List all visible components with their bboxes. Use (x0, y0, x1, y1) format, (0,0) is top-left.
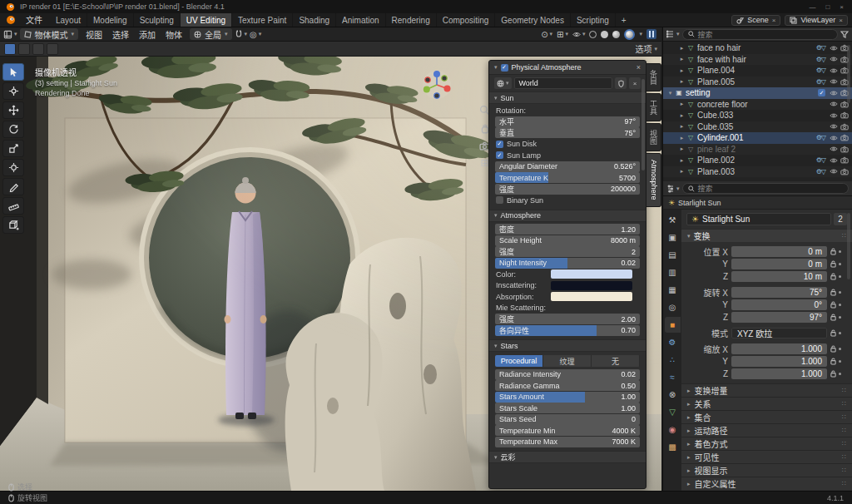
sun-field-row[interactable]: 水平 97° (495, 116, 640, 127)
expand-arrow-icon[interactable]: ▸ (678, 123, 686, 130)
outliner-scrollbar[interactable] (847, 45, 850, 103)
sun-section-header[interactable]: ▾ Sun (489, 91, 646, 104)
disable-render-camera-icon[interactable] (839, 111, 850, 119)
scale-tool[interactable] (2, 140, 24, 157)
outliner-row[interactable]: ▾ ▣ setting ✓ (663, 87, 852, 99)
proportional-editing-toggle[interactable]: ◎ ▾ (250, 30, 261, 39)
stars-mode-tab[interactable]: Procedural (495, 355, 543, 367)
cursor-tool[interactable] (2, 82, 24, 100)
properties-tab[interactable]: ▩ (665, 439, 681, 455)
breadcrumb[interactable]: Starlight Sun (678, 199, 721, 207)
transform-tool[interactable] (2, 159, 24, 176)
collapsed-panel-header[interactable]: ▸ 可见性 ∷ (681, 450, 852, 463)
blender-menu-icon[interactable] (0, 13, 20, 27)
lock-icon[interactable] (830, 248, 836, 255)
npanel-scrollbar[interactable] (641, 79, 645, 170)
maximize-button[interactable]: □ (825, 3, 830, 11)
value-field[interactable]: 0° (731, 299, 827, 310)
fake-user-shield-button[interactable] (615, 77, 627, 89)
properties-tab[interactable]: ▤ (665, 247, 681, 263)
tool-options-dropdown[interactable]: 选项 ▾ (635, 42, 657, 55)
workspace-tab[interactable]: Sculpting (134, 13, 181, 27)
atmosphere-section-header[interactable]: ▾ Atmosphere (489, 210, 646, 222)
value-field[interactable]: 1.000 (731, 368, 827, 379)
viewport-menu-item[interactable]: 添加 (134, 28, 161, 41)
workspace-tab[interactable]: UV Editing (181, 13, 232, 27)
lock-icon[interactable] (830, 273, 836, 280)
expand-arrow-icon[interactable]: ▾ (666, 90, 674, 96)
lock-icon[interactable] (830, 345, 836, 353)
checkbox-icon[interactable] (496, 141, 503, 148)
object-name[interactable]: Cylinder.001 (697, 133, 816, 142)
hide-eye-icon[interactable] (828, 56, 839, 62)
shading-material-button[interactable] (612, 31, 620, 38)
outliner-search-input[interactable]: 搜索 (682, 29, 838, 40)
hide-eye-icon[interactable] (828, 123, 839, 130)
move-tool[interactable] (2, 101, 24, 119)
transform-orientation-dropdown[interactable]: 全局 ▾ (190, 28, 232, 40)
workspace-tab[interactable]: Modeling (87, 13, 134, 27)
viewlayer-unlink-icon[interactable]: × (839, 17, 843, 24)
animate-dot-icon[interactable] (839, 373, 841, 375)
hide-eye-icon[interactable] (828, 135, 839, 141)
workspace-tab[interactable]: Scripting (571, 13, 616, 27)
animate-dot-icon[interactable] (839, 348, 841, 350)
atmosphere-field-row[interactable]: 各向异性 0.70 (495, 325, 640, 336)
select-mode-intersect-button[interactable] (47, 43, 58, 55)
outliner-row[interactable]: ▸ ▽ face no hair ⚙▽ ✓ (663, 42, 852, 54)
sun-field-row[interactable]: Temperature K 5700 (495, 172, 640, 183)
stars-field-row[interactable]: Radiance Gamma 0.50 (495, 380, 640, 391)
hide-eye-icon[interactable] (828, 157, 839, 164)
expand-arrow-icon[interactable]: ▸ (678, 56, 686, 62)
viewport-menu-item[interactable]: 物体 (161, 28, 187, 41)
workspace-tab[interactable]: Texture Paint (232, 13, 293, 27)
value-field[interactable]: 75° (731, 287, 827, 298)
hide-eye-icon[interactable] (828, 101, 839, 107)
lock-icon[interactable] (830, 358, 836, 365)
properties-tab[interactable]: ▣ (665, 230, 681, 245)
color-swatch[interactable] (551, 269, 632, 279)
clouds-section-header[interactable]: ▾ 云彩 (489, 451, 646, 463)
value-field[interactable]: 0 m (731, 246, 827, 257)
outliner-row[interactable]: ▸ ▽ Plane.002 ⚙▽ ✓ (663, 155, 852, 166)
properties-tab[interactable]: ▥ (665, 264, 681, 280)
expand-arrow-icon[interactable]: ▸ (678, 45, 686, 52)
object-name[interactable]: Plane.002 (697, 156, 816, 165)
sidebar-tab[interactable]: 视图 (646, 123, 661, 151)
expand-arrow-icon[interactable]: ▸ (678, 168, 686, 175)
navigation-gizmo[interactable] (422, 70, 452, 100)
properties-tab[interactable]: ≈ (665, 369, 681, 385)
outliner-editor-type-button[interactable]: ▾ (666, 30, 680, 38)
animate-dot-icon[interactable] (839, 250, 841, 253)
object-name[interactable]: Cube.033 (697, 111, 825, 120)
value-field[interactable]: 10 m (731, 271, 827, 282)
viewport-menu-item[interactable]: 选择 (107, 28, 134, 41)
atmosphere-field-row[interactable]: 强度 2 (495, 246, 640, 257)
workspace-tab[interactable]: Compositing (437, 13, 496, 27)
disable-render-camera-icon[interactable] (839, 156, 850, 164)
enable-checkbox[interactable]: ✓ (501, 64, 508, 72)
animate-dot-icon[interactable] (839, 316, 841, 319)
viewport-menu-item[interactable]: 视图 (81, 28, 107, 41)
select-box-tool[interactable] (2, 63, 24, 81)
collapsed-panel-header[interactable]: ▸ 变换增量 ∷ (681, 383, 852, 397)
pivot-point-dropdown[interactable]: ⊙ ▾ (541, 30, 552, 39)
hide-eye-icon[interactable] (828, 67, 839, 74)
object-name[interactable]: concrete floor (697, 100, 825, 109)
world-name-field[interactable]: World (514, 77, 612, 89)
outliner-row[interactable]: ▸ ▽ Cylinder.001 ⚙▽ ✓ (663, 132, 852, 144)
hide-eye-icon[interactable] (828, 146, 839, 152)
outliner-row[interactable]: ▸ ▽ concrete floor ✓ (663, 99, 852, 111)
value-field[interactable]: 1.000 (731, 356, 827, 367)
animate-dot-icon[interactable] (839, 263, 841, 265)
editor-type-button[interactable]: ▾ (3, 30, 17, 39)
pause-render-button[interactable] (646, 29, 656, 39)
atmosphere-field-row[interactable]: Inscattering: (495, 280, 640, 291)
collapsed-panel-header[interactable]: ▸ 关系 ∷ (681, 397, 852, 410)
stars-field-row[interactable]: Temperature Min 4000 K (495, 425, 640, 436)
color-swatch[interactable] (551, 281, 632, 290)
expand-arrow-icon[interactable]: ▸ (678, 78, 686, 85)
color-swatch[interactable] (551, 292, 632, 301)
expand-arrow-icon[interactable]: ▸ (678, 101, 686, 107)
filter-icon[interactable] (840, 31, 849, 38)
